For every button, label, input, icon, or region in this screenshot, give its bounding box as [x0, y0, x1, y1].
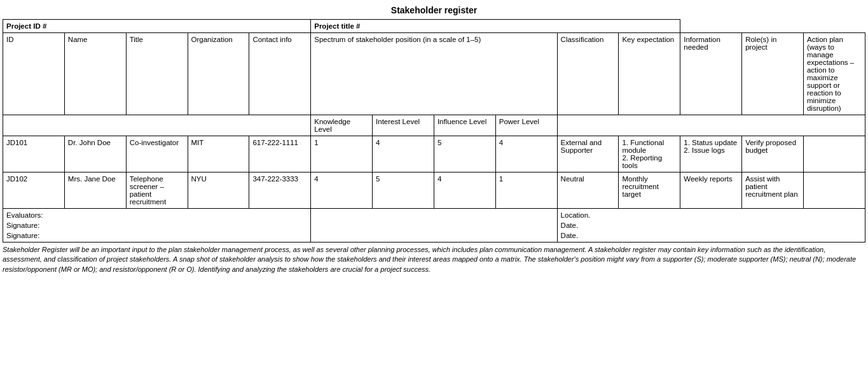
- row2-influence-level: 4: [434, 172, 495, 209]
- date1-label: Date.: [561, 222, 862, 229]
- col-knowledge-level: Knowledge Level: [311, 115, 373, 136]
- row1-roles-in-project: Verify proposed budget: [742, 136, 804, 172]
- col-name: Name: [64, 33, 126, 115]
- row1-influence-level: 5: [434, 136, 495, 172]
- footer-middle-empty: [311, 209, 557, 243]
- row1-organization: MIT: [188, 136, 249, 172]
- row2-power-level: 1: [495, 172, 557, 209]
- col-information-needed: Information needed: [680, 33, 742, 115]
- row1-information-needed: 1. Status update 2. Issue logs: [680, 136, 742, 172]
- row2-key-expectation: Monthly recruitment target: [619, 172, 680, 209]
- row2-action-plan: [803, 172, 865, 209]
- row1-knowledge-level: 1: [311, 136, 373, 172]
- col-spectrum: Spectrum of stakeholder position (in a s…: [311, 33, 557, 115]
- signature1-label: Signature:: [6, 222, 307, 229]
- row1-title: Co-investigator: [126, 136, 188, 172]
- row1-contact-info: 617-222-1111: [249, 136, 311, 172]
- col-id: ID: [3, 33, 65, 115]
- col-organization: Organization: [188, 33, 249, 115]
- row2-title: Telephone screener – patient recruitment: [126, 172, 188, 209]
- footnote: Stakeholder Register will be an importan…: [3, 245, 865, 274]
- row1-key-expectation: 1. Functional module 2. Reporting tools: [619, 136, 680, 172]
- col-influence-level: Influence Level: [434, 115, 495, 136]
- row2-classification: Neutral: [557, 172, 619, 209]
- row1-action-plan: [803, 136, 865, 172]
- col-classification: Classification: [557, 33, 619, 115]
- project-title-label: Project title #: [311, 20, 680, 33]
- project-id-label: Project ID #: [3, 20, 311, 33]
- sub-header-empty: [3, 115, 311, 136]
- row2-organization: NYU: [188, 172, 249, 209]
- col-action-plan: Action plan (ways to manage expectations…: [803, 33, 865, 115]
- row1-name: Dr. John Doe: [64, 136, 126, 172]
- col-contact-info: Contact info: [249, 33, 311, 115]
- row2-name: Mrs. Jane Doe: [64, 172, 126, 209]
- evaluators-label: Evaluators:: [6, 211, 307, 219]
- page-title: Stakeholder register: [3, 5, 865, 15]
- row1-interest-level: 4: [373, 136, 434, 172]
- footer-location-section: Location. Date. Date.: [557, 209, 865, 243]
- row2-contact-info: 347-222-3333: [249, 172, 311, 209]
- row2-knowledge-level: 4: [311, 172, 373, 209]
- row1-power-level: 4: [495, 136, 557, 172]
- col-interest-level: Interest Level: [373, 115, 434, 136]
- col-title: Title: [126, 33, 188, 115]
- col-key-expectation: Key expectation: [619, 33, 680, 115]
- col-roles-in-project: Role(s) in project: [742, 33, 804, 115]
- row2-id: JD102: [3, 172, 65, 209]
- signature2-label: Signature:: [6, 232, 307, 239]
- footer-evaluators-section: Evaluators: Signature: Signature:: [3, 209, 311, 243]
- location-label: Location.: [561, 211, 862, 219]
- col-power-level: Power Level: [495, 115, 557, 136]
- row1-classification: External and Supporter: [557, 136, 619, 172]
- row1-id: JD101: [3, 136, 65, 172]
- sub-header-right-empty: [557, 115, 865, 136]
- row2-information-needed: Weekly reports: [680, 172, 742, 209]
- row2-roles-in-project: Assist with patient recruitment plan: [742, 172, 804, 209]
- date2-label: Date.: [561, 232, 862, 239]
- row2-interest-level: 5: [373, 172, 434, 209]
